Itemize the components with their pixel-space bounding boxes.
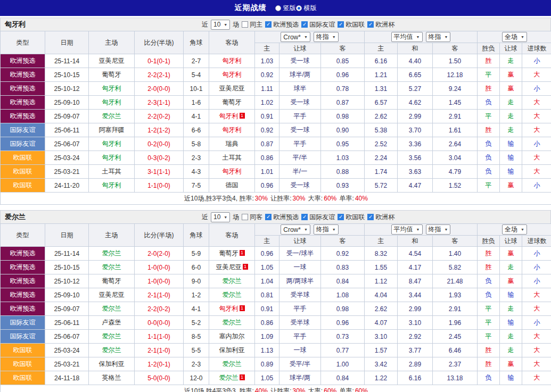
col-header: 日期	[45, 224, 89, 247]
result-cell: 大	[522, 96, 551, 110]
avg-odds: 6.65	[398, 68, 433, 82]
same-venue-checkbox[interactable]: 同客	[242, 213, 262, 222]
match-date: 24-11-18	[45, 371, 89, 385]
section-header: 匈牙利近10▼场同主✓欧洲预选✓国际友谊✓欧国联✓欧洲杯	[0, 18, 551, 31]
home-team: 爱尔兰	[89, 330, 135, 344]
results-table: 类型日期主场比分(半场)角球客场Crow*▼终指▼平均值▼终指▼全场▼主让球客主…	[0, 223, 551, 392]
odds-source-select[interactable]: Crow*▼	[281, 32, 310, 42]
view-option-horizontal[interactable]: 横版	[296, 4, 317, 13]
competition-checkbox[interactable]: ✓国际友谊	[301, 213, 335, 222]
match-row[interactable]: 欧国联25-03-24爱尔兰2-1(1-0)5-5保加利亚1.13一球0.771…	[1, 344, 551, 357]
home-team: 爱尔兰	[89, 247, 135, 261]
avg-odds: 5.72	[365, 179, 398, 193]
away-team-name: 爱尔兰	[219, 374, 239, 381]
match-count-select[interactable]: 10▼	[211, 212, 230, 222]
match-row[interactable]: 欧洲预选25-09-07爱尔兰2-2(0-2)4-1匈牙利10.91平手0.98…	[1, 302, 551, 316]
match-row[interactable]: 国际友谊25-06-11卢森堡0-0(0-0)5-2爱尔兰0.86受半球0.96…	[1, 316, 551, 330]
competition-badge: 欧洲预选	[1, 288, 45, 302]
match-row[interactable]: 欧国联24-11-20匈牙利1-1(0-0)7-5德国0.96受一球0.935.…	[1, 179, 551, 193]
competition-badge: 欧国联	[1, 165, 45, 179]
competition-checkbox[interactable]: ✓欧国联	[338, 213, 365, 222]
match-row[interactable]: 欧洲预选25-09-10亚美尼亚2-1(1-0)1-2爱尔兰0.81受半球1.0…	[1, 288, 551, 302]
result-cell: 走	[500, 261, 522, 274]
competition-checkbox[interactable]: ✓国际友谊	[301, 20, 335, 29]
result-cell: 大	[522, 110, 551, 123]
home-team-name: 爱尔兰	[102, 332, 121, 340]
corners: 10-1	[184, 82, 209, 96]
competition-checkbox[interactable]: ✓欧洲杯	[367, 213, 394, 222]
match-count-select[interactable]: 10▼	[211, 20, 230, 30]
match-row[interactable]: 欧洲预选25-10-15爱尔兰1-0(0-0)6-0亚美尼亚11.05一球0.8…	[1, 261, 551, 274]
avg-time-select[interactable]: 终指▼	[426, 32, 451, 42]
radio-icon	[275, 5, 281, 11]
sub-col-header: 客	[433, 236, 478, 247]
odds-source-select[interactable]: Crow*▼	[281, 224, 310, 235]
same-venue-checkbox[interactable]: 同主	[242, 20, 262, 29]
competition-badge: 欧洲预选	[1, 82, 45, 96]
score: 2-0(2-0)	[135, 247, 184, 261]
competition-checkbox[interactable]: ✓欧洲预选	[265, 20, 299, 29]
away-team: 亚美尼亚1	[209, 261, 255, 274]
avg-time-select[interactable]: 终指▼	[426, 224, 451, 235]
scope-select[interactable]: 全场▼	[502, 32, 527, 42]
away-team: 爱尔兰	[209, 288, 255, 302]
avg-source-select[interactable]: 平均值▼	[391, 224, 423, 235]
competition-checkbox-label: 欧国联	[346, 20, 365, 29]
match-row[interactable]: 欧国联25-03-21土耳其3-1(1-1)4-3匈牙利1.01半/一0.881…	[1, 165, 551, 179]
dropdown-arrow-icon: ▼	[224, 215, 227, 219]
result-cell: 大	[522, 302, 551, 316]
match-row[interactable]: 国际友谊25-06-07爱尔兰1-1(1-0)8-5塞内加尔1.09平手0.73…	[1, 330, 551, 344]
col-header: 比分(半场)	[135, 224, 184, 247]
sub-col-header: 让球	[500, 236, 522, 247]
odds-time-select[interactable]: 终指▼	[314, 224, 339, 235]
handicap-odds: 球半/两	[279, 371, 321, 385]
match-row[interactable]: 欧洲预选25-11-14爱尔兰2-0(2-0)5-9葡萄牙10.96受一/球半0…	[1, 247, 551, 261]
away-team: 匈牙利	[209, 54, 255, 68]
handicap-odds: 0.78	[321, 82, 365, 96]
match-row[interactable]: 欧洲预选25-10-12葡萄牙1-0(0-0)9-0爱尔兰1.04两/两球半0.…	[1, 274, 551, 288]
match-row[interactable]: 国际友谊25-06-07匈牙利0-2(0-0)5-8瑞典0.87平手0.952.…	[1, 137, 551, 151]
competition-checkbox[interactable]: ✓欧洲杯	[367, 20, 394, 29]
sub-col-header: 客	[321, 43, 365, 54]
match-date: 24-11-20	[45, 179, 89, 193]
scope-select[interactable]: 全场▼	[502, 224, 527, 235]
odds-time-select-value: 终指	[316, 32, 329, 41]
avg-odds: 1.50	[433, 54, 478, 68]
avg-odds: 5.27	[398, 82, 433, 96]
competition-checkbox-label: 欧洲预选	[273, 20, 299, 29]
match-row[interactable]: 欧国联25-03-21保加利亚1-2(0-1)2-3爱尔兰0.89受平/半1.0…	[1, 357, 551, 371]
match-row[interactable]: 欧洲预选25-09-07爱尔兰2-2(0-2)4-1匈牙利10.91平手0.98…	[1, 110, 551, 123]
odds-source-select-value: Crow*	[283, 226, 301, 233]
avg-odds: 2.91	[433, 302, 478, 316]
avg-odds: 3.63	[398, 165, 433, 179]
match-date: 25-03-21	[45, 357, 89, 371]
sub-col-header: 让球	[500, 43, 522, 54]
result-cell: 小	[522, 247, 551, 261]
avg-odds: 3.10	[398, 316, 433, 330]
avg-odds: 3.36	[398, 137, 433, 151]
match-row[interactable]: 欧洲预选25-09-10匈牙利2-3(1-1)1-6葡萄牙1.02受一球0.87…	[1, 96, 551, 110]
match-row[interactable]: 欧洲预选25-10-15葡萄牙2-2(2-1)5-4匈牙利0.92球半/两0.9…	[1, 68, 551, 82]
result-cell: 大	[522, 357, 551, 371]
avg-source-select[interactable]: 平均值▼	[391, 32, 423, 42]
competition-checkbox-label: 国际友谊	[309, 213, 335, 222]
match-row[interactable]: 欧国联25-03-24匈牙利0-3(0-2)2-3土耳其0.86平/半1.032…	[1, 151, 551, 165]
competition-checkbox[interactable]: ✓欧国联	[338, 20, 365, 29]
match-row[interactable]: 欧国联24-11-18英格兰5-0(0-0)12-0爱尔兰11.05球半/两0.…	[1, 371, 551, 385]
sub-col-header: 胜负	[478, 43, 500, 54]
avg-odds: 6.16	[365, 54, 398, 68]
home-team: 爱尔兰	[89, 302, 135, 316]
view-option-vertical[interactable]: 竖版	[275, 4, 296, 13]
page-title: 近期战绩	[235, 3, 267, 13]
avg-odds: 4.07	[365, 316, 398, 330]
away-team-name: 爱尔兰	[223, 291, 242, 298]
competition-badge: 国际友谊	[1, 316, 45, 330]
avg-odds: 6.16	[398, 371, 433, 385]
match-row[interactable]: 国际友谊25-06-11阿塞拜疆1-2(1-2)6-6匈牙利0.92受一球0.9…	[1, 123, 551, 137]
competition-checkbox[interactable]: ✓欧洲预选	[265, 213, 299, 222]
match-row[interactable]: 欧洲预选25-10-12匈牙利2-0(0-0)10-1亚美尼亚1.11球半0.7…	[1, 82, 551, 96]
odds-time-select[interactable]: 终指▼	[314, 32, 339, 42]
avg-odds: 3.77	[398, 344, 433, 357]
result-cell: 胜	[478, 82, 500, 96]
match-row[interactable]: 欧洲预选25-11-14亚美尼亚0-1(0-1)2-7匈牙利1.03受一球0.8…	[1, 54, 551, 68]
